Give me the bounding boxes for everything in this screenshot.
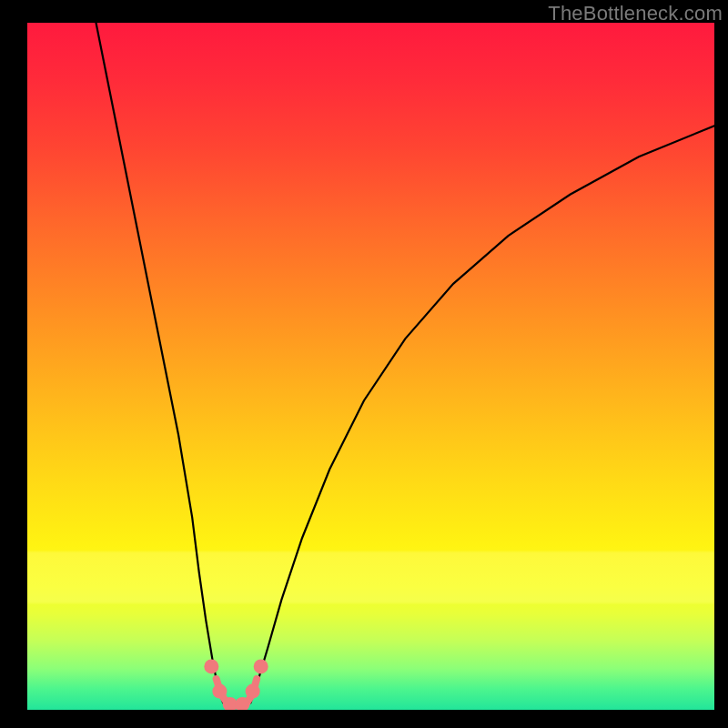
series-left-curve [96, 23, 224, 703]
valley-point-1 [212, 684, 227, 699]
series-right-curve [250, 126, 714, 703]
valley-point-0 [204, 659, 218, 673]
chart-stage: TheBottleneck.com [0, 0, 728, 728]
watermark-text: TheBottleneck.com [548, 2, 723, 25]
plot-area [27, 23, 714, 710]
valley-point-4 [246, 684, 260, 699]
chart-svg [27, 23, 714, 710]
valley-point-5 [254, 659, 268, 673]
